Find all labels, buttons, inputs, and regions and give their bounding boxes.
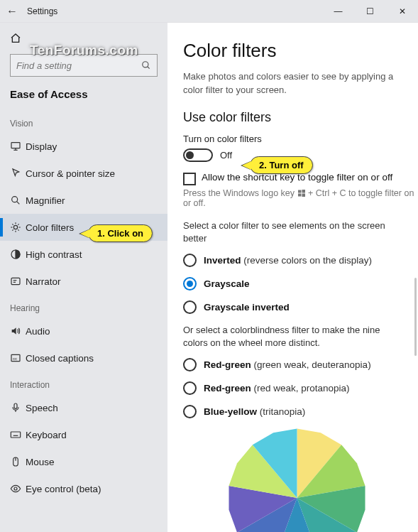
page-title: Color filters [183, 40, 418, 62]
filter-group2-desc: Or select a colorblindness filter to mak… [183, 324, 418, 349]
radio-button[interactable] [183, 358, 197, 371]
mouse-icon [10, 456, 26, 467]
main-panel: Color filters Make photos and colors eas… [167, 23, 418, 532]
sidebar-item-label: Audio [26, 326, 50, 337]
radio-label: Grayscale [204, 278, 250, 289]
sidebar-item-narrator[interactable]: Narrator [0, 268, 167, 295]
highcontrast-icon [10, 249, 26, 260]
titlebar: ← Settings — ☐ ✕ [0, 0, 418, 23]
page-description: Make photos and colors easier to see by … [183, 70, 418, 97]
radio-button[interactable] [183, 254, 197, 267]
windows-logo-icon [297, 189, 306, 197]
svg-line-6 [17, 202, 20, 205]
radio-button[interactable] [183, 277, 197, 291]
radio-red-green[interactable]: Red-green (red weak, protanopia) [183, 381, 418, 395]
toggle-state: Off [220, 150, 232, 161]
search-icon [141, 60, 151, 70]
svg-line-14 [12, 229, 13, 230]
sidebar-item-eye-control-beta-[interactable]: Eye control (beta) [0, 475, 167, 502]
home-icon[interactable] [10, 33, 21, 44]
search-input[interactable] [16, 60, 141, 71]
svg-point-32 [14, 487, 17, 490]
sidebar-item-label: Closed captions [26, 353, 94, 364]
svg-point-0 [143, 62, 148, 67]
sidebar-group-label: Hearing [0, 295, 167, 317]
radio-button[interactable] [183, 381, 197, 395]
callout-turn-off: 2. Turn off [250, 156, 313, 174]
color-wheel-preview [228, 428, 366, 532]
audio-icon [10, 325, 26, 337]
sidebar-group-label: Interaction [0, 371, 167, 394]
radio-label: Red-green (red weak, protanopia) [204, 383, 350, 393]
svg-line-1 [148, 67, 150, 69]
close-button[interactable]: ✕ [386, 0, 418, 23]
radio-label: Grayscale inverted [204, 302, 290, 313]
minimize-button[interactable]: — [322, 0, 354, 23]
sidebar-item-closed-captions[interactable]: ccClosed captions [0, 344, 167, 371]
sidebar-item-magnifier[interactable]: Magnifier [0, 187, 167, 214]
sidebar-item-label: Color filters [26, 222, 74, 233]
svg-rect-22 [14, 403, 17, 408]
filter-group1-desc: Select a color filter to see elements on… [183, 219, 418, 245]
captions-icon: cc [10, 352, 26, 364]
radio-button[interactable] [183, 405, 197, 418]
radio-label: Red-green (green weak, deuteranopia) [204, 359, 371, 370]
sidebar-item-speech[interactable]: Speech [0, 394, 167, 421]
sidebar-item-keyboard[interactable]: Keyboard [0, 421, 167, 448]
back-button[interactable]: ← [4, 5, 20, 18]
svg-point-7 [13, 225, 17, 229]
radio-label: Blue-yellow (tritanopia) [204, 406, 305, 417]
color-filters-toggle[interactable] [183, 148, 213, 162]
shortcut-hint: Press the Windows logo key + Ctrl + C to… [183, 188, 418, 208]
watermark: TenForums.com [30, 43, 138, 58]
callout-click-on: 1. Click on [88, 224, 153, 242]
shortcut-checkbox[interactable] [183, 173, 196, 185]
narrator-icon [10, 276, 26, 287]
sidebar-item-label: Keyboard [26, 430, 67, 440]
svg-line-12 [12, 224, 13, 224]
svg-text:cc: cc [13, 357, 17, 361]
window-title: Settings [27, 6, 57, 16]
sidebar-item-label: Eye control (beta) [26, 484, 101, 494]
svg-rect-24 [11, 432, 20, 438]
svg-rect-33 [298, 190, 302, 193]
sidebar-item-label: Magnifier [26, 195, 65, 206]
sidebar-item-mouse[interactable]: Mouse [0, 448, 167, 475]
sidebar-item-label: Speech [26, 403, 58, 413]
section-heading: Use color filters [183, 110, 418, 125]
scrollbar[interactable] [414, 278, 417, 356]
keyboard-icon [10, 429, 26, 440]
sidebar-item-high-contrast[interactable]: High contrast [0, 241, 167, 268]
colorfilters-icon [10, 222, 26, 233]
sidebar-item-cursor-pointer-size[interactable]: Cursor & pointer size [0, 160, 167, 187]
sidebar-section-title: Ease of Access [0, 87, 167, 110]
cursor-icon [10, 168, 26, 179]
svg-rect-34 [302, 190, 305, 193]
svg-line-13 [18, 229, 18, 230]
display-icon [10, 141, 26, 152]
sidebar-item-label: High contrast [26, 249, 82, 260]
radio-inverted[interactable]: Inverted (reverse colors on the display) [183, 254, 418, 267]
eye-icon [10, 483, 26, 494]
svg-rect-35 [298, 194, 302, 197]
svg-rect-2 [11, 143, 20, 148]
magnifier-icon [10, 195, 26, 206]
radio-label: Inverted (reverse colors on the display) [204, 255, 372, 266]
maximize-button[interactable]: ☐ [354, 0, 386, 23]
sidebar-group-label: Vision [0, 110, 167, 133]
toggle-label: Turn on color filters [183, 134, 418, 144]
radio-blue-yellow[interactable]: Blue-yellow (tritanopia) [183, 405, 418, 418]
svg-point-5 [12, 197, 18, 202]
speech-icon [10, 402, 26, 413]
radio-grayscale-inverted[interactable]: Grayscale inverted [183, 300, 418, 314]
radio-button[interactable] [183, 300, 197, 314]
sidebar-item-label: Display [26, 141, 57, 152]
radio-grayscale[interactable]: Grayscale [183, 277, 418, 291]
sidebar-item-label: Cursor & pointer size [26, 168, 115, 179]
svg-rect-36 [302, 194, 305, 197]
radio-red-green[interactable]: Red-green (green weak, deuteranopia) [183, 358, 418, 371]
sidebar: Ease of Access VisionDisplayCursor & poi… [0, 23, 167, 532]
sidebar-item-audio[interactable]: Audio [0, 317, 167, 344]
sidebar-item-display[interactable]: Display [0, 133, 167, 160]
sidebar-item-label: Narrator [26, 276, 61, 287]
